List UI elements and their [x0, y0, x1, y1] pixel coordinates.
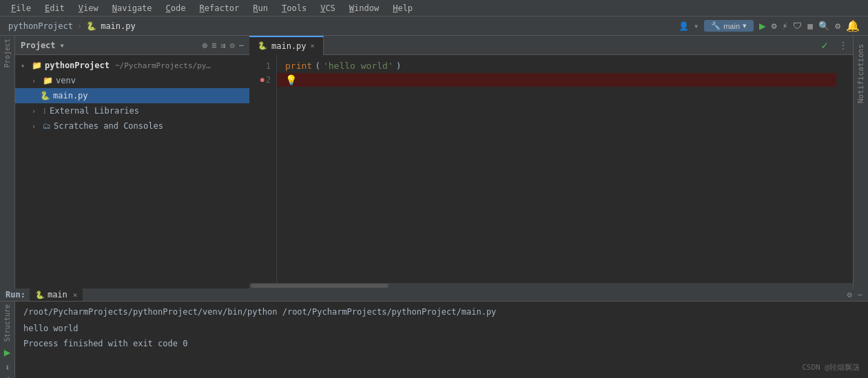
menu-navigate[interactable]: Navigate	[107, 2, 158, 14]
tree-arrow-venv: ›	[32, 77, 40, 85]
notifications-label[interactable]: Notifications	[855, 39, 867, 109]
branch-arrow: ▾	[743, 21, 747, 30]
run-panel: Run: 🐍 main × ⚙ − Structure ▶ ⬇ Marks ⬇ …	[0, 288, 868, 378]
run-minimize-icon[interactable]: −	[858, 290, 862, 300]
collapse-all-icon[interactable]: ≡	[211, 41, 216, 50]
expand-icon[interactable]: ⇉	[220, 41, 225, 50]
breadcrumb-sep: ›	[77, 21, 82, 31]
app-window: File Edit View Navigate Code Refactor Ru…	[0, 0, 868, 378]
notification-button[interactable]: 🔔	[846, 19, 860, 32]
file-icon-main-py: 🐍	[40, 91, 50, 101]
menu-tools[interactable]: Tools	[276, 2, 312, 14]
editor-checkmark: ✓	[821, 39, 834, 52]
scrollbar-thumb	[251, 284, 389, 288]
run-command-text: /root/PycharmProjects/pythonProject/venv…	[23, 307, 496, 317]
tree-arrow-ext: ›	[32, 107, 40, 115]
line-numbers: 1 ● 2	[249, 55, 277, 283]
run-config-gear[interactable]: ⚙	[772, 21, 777, 31]
tree-path-project: ~/PycharmProjects/py…	[115, 61, 211, 70]
project-name[interactable]: pythonProject	[8, 21, 73, 31]
build-icon[interactable]: ⚡	[783, 21, 788, 31]
run-tab-close[interactable]: ×	[73, 291, 78, 300]
menu-edit[interactable]: Edit	[39, 2, 70, 14]
editor-scrollbar-h[interactable]	[249, 283, 853, 288]
code-editor[interactable]: 1 ● 2 print('hello world') 💡	[249, 55, 853, 283]
tree-item-project[interactable]: ▾ 📁 pythonProject ~/PycharmProjects/py…	[15, 58, 249, 73]
menu-refactor[interactable]: Refactor	[194, 2, 245, 14]
tab-label: main.py	[271, 41, 307, 51]
tab-bar: 🐍 main.py × ✓ ⋮	[249, 36, 853, 55]
left-panel-strip: Project	[0, 36, 15, 288]
menubar: File Edit View Navigate Code Refactor Ru…	[0, 0, 868, 17]
string-hello: 'hello world'	[323, 59, 393, 73]
sidebar-title: Project	[21, 41, 56, 50]
tree-item-scratches[interactable]: › 🗂 Scratches and Consoles	[15, 118, 249, 134]
tab-overflow-icon[interactable]: ⋮	[834, 41, 853, 50]
bottom-left-strip: Structure ▶ ⬇ Marks ⬇ ⬆	[0, 302, 15, 378]
ext-libs-icon: ⫶	[43, 106, 47, 116]
code-content[interactable]: print('hello world') 💡	[277, 55, 853, 283]
content-area: Project Project ▾ ⊕ ≡ ⇉ ⚙ − ▾ 📁	[0, 36, 868, 288]
titlebar-actions: 👤 ▾ 🔧 main ▾ ▶ ⚙ ⚡ 🛡 ■ 🔍 ⚙ 🔔	[679, 19, 860, 32]
run-label: Run:	[6, 290, 25, 300]
run-header: Run: 🐍 main × ⚙ −	[0, 288, 868, 302]
run-header-right: ⚙ −	[847, 290, 862, 300]
menu-vcs[interactable]: VCS	[315, 2, 341, 14]
run-settings-icon[interactable]: ⚙	[847, 290, 852, 300]
bottom-content: Structure ▶ ⬇ Marks ⬇ ⬆ /root/PycharmPro…	[0, 302, 868, 378]
tab-main-py[interactable]: 🐍 main.py ×	[249, 36, 324, 55]
tree-label-scratches: Scratches and Consoles	[54, 121, 163, 131]
tree-label-venv: venv	[56, 76, 76, 85]
folder-icon-venv: 📁	[43, 76, 53, 85]
project-strip-label[interactable]: Project	[3, 39, 11, 67]
menu-file[interactable]: File	[6, 2, 37, 14]
run-button[interactable]: ▶	[759, 19, 766, 32]
tab-close-button[interactable]: ×	[311, 42, 315, 50]
code-line-1: print('hello world')	[285, 59, 845, 73]
run-output-line2: Process finished with exit code 0	[23, 337, 860, 350]
menu-window[interactable]: Window	[344, 2, 384, 14]
run-tab-icon: 🐍	[35, 291, 45, 300]
menu-run[interactable]: Run	[247, 2, 273, 14]
scratch-icon: 🗂	[43, 121, 51, 131]
code-line-2: 💡	[277, 73, 836, 87]
warning-bulb: 💡	[285, 73, 297, 87]
titlebar: pythonProject › 🐍 main.py 👤 ▾ 🔧 main ▾ ▶…	[0, 17, 868, 36]
keyword-print: print	[285, 59, 312, 73]
sidebar-arrow: ▾	[60, 41, 65, 50]
breadcrumb: pythonProject › 🐍 main.py	[8, 21, 136, 31]
user-icon[interactable]: 👤 ▾	[679, 21, 699, 31]
sidebar: Project ▾ ⊕ ≡ ⇉ ⚙ − ▾ 📁 pythonProject ~/…	[15, 36, 249, 288]
run-output: /root/PycharmProjects/pythonProject/venv…	[15, 302, 868, 378]
sidebar-gear-icon[interactable]: ⚙	[230, 41, 235, 50]
menu-code[interactable]: Code	[161, 2, 192, 14]
error-dot: ●	[260, 73, 265, 87]
branch-icon: 🔧	[711, 21, 721, 30]
run-tab-main[interactable]: 🐍 main ×	[30, 288, 83, 301]
sidebar-header: Project ▾ ⊕ ≡ ⇉ ⚙ −	[15, 36, 249, 55]
stop-button[interactable]: ■	[807, 21, 813, 31]
tree-label-ext-libs: External Libraries	[50, 106, 139, 116]
file-icon: 🐍	[86, 21, 96, 31]
tree-label-main-py: main.py	[53, 91, 88, 101]
menu-help[interactable]: Help	[387, 2, 418, 14]
settings-button[interactable]: ⚙	[835, 21, 840, 31]
add-scope-icon[interactable]: ⊕	[203, 41, 207, 50]
editor-container: 🐍 main.py × ✓ ⋮ 1 ● 2 prin	[249, 36, 853, 288]
tree-item-ext-libs[interactable]: › ⫶ External Libraries	[15, 103, 249, 118]
search-button[interactable]: 🔍	[818, 21, 829, 31]
tree-arrow-project: ▾	[21, 62, 29, 70]
tree-arrow-scratches: ›	[32, 123, 40, 130]
tree-item-main-py[interactable]: 🐍 main.py	[15, 88, 249, 103]
tree-item-venv[interactable]: › 📁 venv	[15, 73, 249, 88]
folder-icon-project: 📁	[32, 61, 42, 70]
menu-view[interactable]: View	[73, 2, 104, 14]
coverage-icon[interactable]: 🛡	[793, 21, 802, 31]
structure-label[interactable]: Structure	[3, 304, 11, 342]
sidebar-header-icons: ⊕ ≡ ⇉ ⚙ −	[203, 41, 244, 50]
run-rerun-icon[interactable]: ▶	[4, 346, 11, 359]
sidebar-minimize-icon[interactable]: −	[239, 41, 244, 50]
branch-button[interactable]: 🔧 main ▾	[704, 20, 754, 32]
run-stop-icon[interactable]: ⬇	[5, 363, 10, 372]
run-tab-name: main	[48, 290, 68, 300]
